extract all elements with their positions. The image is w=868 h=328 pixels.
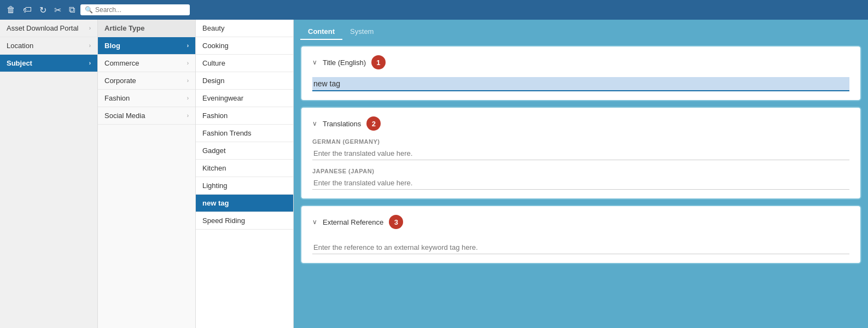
search-input[interactable] (95, 6, 185, 14)
tab-system[interactable]: System (342, 24, 381, 40)
scissors-icon[interactable]: ✂ (52, 3, 63, 17)
nav-col-3: Beauty Cooking Culture Design Eveningwea… (196, 20, 294, 328)
nav-item-blog[interactable]: Blog › (98, 37, 195, 55)
nav-panel: Asset Download Portal › Location › Subje… (0, 20, 294, 328)
nav-item-social-media[interactable]: Social Media › (98, 107, 195, 125)
nav-item-subject[interactable]: Subject › (0, 55, 97, 72)
nav-item-label: Fashion Trends (202, 129, 252, 137)
nav-item-fashion-sub[interactable]: Fashion (196, 107, 293, 125)
translations-card-label: Translations (323, 120, 361, 128)
nav-col-1: Asset Download Portal › Location › Subje… (0, 20, 98, 328)
nav-item-asset-download[interactable]: Asset Download Portal › (0, 20, 97, 37)
chevron-down-icon: ∨ (312, 218, 317, 226)
nav-item-fashion-trends[interactable]: Fashion Trends (196, 125, 293, 142)
content-tabs: Content System (294, 20, 868, 40)
chevron-right-icon: › (89, 60, 91, 66)
nav-item-eveningwear[interactable]: Eveningwear (196, 90, 293, 107)
nav-item-speed-riding[interactable]: Speed Riding (196, 212, 293, 230)
trash-icon[interactable]: 🗑 (4, 3, 18, 17)
step-badge-1: 1 (371, 55, 386, 69)
article-type-header-label: Article Type (104, 24, 144, 32)
chevron-right-icon: › (187, 60, 189, 66)
nav-item-label: Gadget (202, 147, 226, 155)
nav-item-label: Asset Download Portal (7, 24, 79, 32)
content-panel: Content System ∨ Title (English) 1 ∨ (294, 20, 868, 328)
nav-item-label: Kitchen (202, 164, 226, 172)
nav-item-cooking[interactable]: Cooking (196, 37, 293, 55)
title-card-header: ∨ Title (English) 1 (312, 55, 849, 69)
title-card: ∨ Title (English) 1 (300, 45, 861, 101)
nav-item-gadget[interactable]: Gadget (196, 142, 293, 160)
nav-item-label: Culture (202, 59, 225, 67)
nav-item-culture[interactable]: Culture (196, 55, 293, 72)
nav-item-label: new tag (202, 199, 229, 207)
title-english-input[interactable] (312, 77, 849, 91)
external-reference-card-label: External Reference (323, 218, 383, 226)
external-reference-card: ∨ External Reference 3 (300, 205, 861, 264)
nav-item-label: Fashion (202, 112, 228, 120)
nav-item-label: Fashion (104, 94, 130, 102)
translation-ja-input[interactable] (312, 177, 849, 190)
main-layout: Asset Download Portal › Location › Subje… (0, 20, 868, 328)
search-box[interactable]: 🔍 (80, 4, 190, 15)
chevron-right-icon: › (187, 43, 189, 49)
chevron-right-icon: › (187, 78, 189, 84)
nav-item-label: Subject (7, 59, 32, 67)
nav-item-label: Social Media (104, 112, 145, 120)
translation-ja-wrapper: JAPANESE (JAPAN) (312, 168, 849, 190)
nav-item-kitchen[interactable]: Kitchen (196, 160, 293, 177)
nav-item-label: Eveningwear (202, 94, 243, 102)
search-icon: 🔍 (85, 6, 93, 14)
nav-item-label: Speed Riding (202, 216, 245, 225)
chevron-down-icon: ∨ (312, 120, 317, 127)
nav-col-2: Article Type Blog › Commerce › Corporate… (98, 20, 196, 328)
translation-de-input[interactable] (312, 147, 849, 160)
nav-item-label: Beauty (202, 24, 224, 32)
nav-item-lighting[interactable]: Lighting (196, 177, 293, 195)
nav-item-commerce[interactable]: Commerce › (98, 55, 195, 72)
nav-item-beauty[interactable]: Beauty (196, 20, 293, 37)
nav-item-label: Blog (104, 42, 120, 50)
nav-item-label: Cooking (202, 42, 229, 50)
translation-ja-label: JAPANESE (JAPAN) (312, 168, 849, 174)
step-badge-3: 3 (389, 215, 403, 229)
nav-col-2-header: Article Type (98, 20, 195, 37)
tab-content[interactable]: Content (300, 24, 342, 40)
chevron-right-icon: › (89, 25, 91, 31)
nav-item-label: Lighting (202, 181, 228, 190)
title-card-label: Title (English) (323, 58, 366, 67)
external-reference-card-header: ∨ External Reference 3 (312, 215, 849, 229)
title-input-wrapper (312, 77, 849, 91)
nav-item-design[interactable]: Design (196, 72, 293, 90)
nav-item-label: Design (202, 77, 224, 85)
nav-item-fashion[interactable]: Fashion › (98, 90, 195, 107)
translation-de-label: GERMAN (GERMANY) (312, 138, 849, 145)
chevron-right-icon: › (89, 43, 91, 49)
nav-item-corporate[interactable]: Corporate › (98, 72, 195, 90)
translations-card: ∨ Translations 2 GERMAN (GERMANY) JAPANE… (300, 107, 861, 200)
chevron-down-icon: ∨ (312, 58, 317, 66)
nav-item-label: Corporate (104, 77, 136, 85)
nav-item-location[interactable]: Location › (0, 37, 97, 55)
translation-de-wrapper: GERMAN (GERMANY) (312, 138, 849, 168)
toolbar: 🗑 🏷 ↻ ✂ ⧉ 🔍 (0, 0, 868, 20)
chevron-right-icon: › (187, 113, 189, 119)
content-area: ∨ Title (English) 1 ∨ Translations 2 GER… (294, 40, 868, 328)
tag-icon[interactable]: 🏷 (21, 3, 34, 17)
copy-icon[interactable]: ⧉ (67, 3, 77, 17)
translations-card-header: ∨ Translations 2 (312, 116, 849, 131)
refresh-icon[interactable]: ↻ (37, 3, 49, 17)
step-badge-2: 2 (366, 116, 381, 131)
nav-item-new-tag[interactable]: new tag (196, 195, 293, 212)
chevron-right-icon: › (187, 95, 189, 101)
nav-item-label: Commerce (104, 59, 139, 67)
nav-item-label: Location (7, 42, 33, 50)
external-reference-input[interactable] (312, 241, 849, 254)
